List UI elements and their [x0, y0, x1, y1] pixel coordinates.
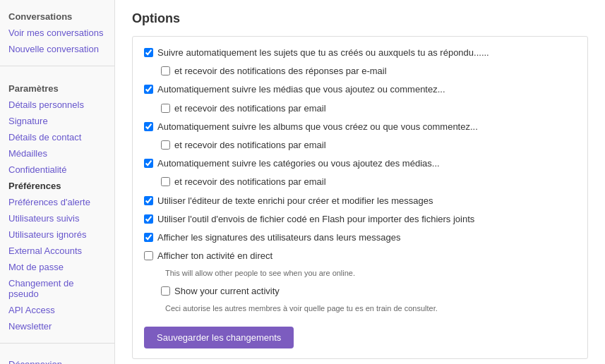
sidebar-divider-2 [0, 343, 114, 344]
checkbox-opt3[interactable] [144, 122, 153, 131]
checkbox-opt2-sub[interactable] [161, 104, 170, 113]
save-button[interactable]: Sauvegarder les changements [144, 327, 294, 348]
sidebar-item-mot-de-passe[interactable]: Mot de passe [0, 259, 114, 275]
sidebar-item-medailles[interactable]: Médailles [0, 145, 114, 162]
sidebar-link-nouvelle-conversation[interactable]: Nouvelle conversation [8, 44, 106, 54]
sidebar-item-utilisateurs-ignores[interactable]: Utilisateurs ignorés [0, 226, 114, 243]
option-label-4-sub: et recevoir des notifications par email [174, 176, 326, 188]
option-label-6: Utiliser l'outil d'envois de fichier cod… [157, 213, 474, 226]
option-label-1-sub: et recevoir des notifications des répons… [174, 65, 387, 78]
checkbox-opt8[interactable] [144, 251, 153, 260]
sidebar-item-deconnexion[interactable]: Déconnexion [0, 356, 114, 364]
option-label-2: Automatiquement suivre les médias que vo… [157, 83, 445, 96]
sidebar-section-conversations: Conversations [0, 7, 114, 25]
option-label-8-sub: Show your current activity [174, 285, 280, 298]
main-content: Options Suivre automatiquement les sujet… [115, 0, 605, 364]
sidebar-item-preferences-alerte[interactable]: Préférences d'alerte [0, 194, 114, 210]
checkbox-opt1-sub[interactable] [161, 66, 170, 75]
option-row-8: Afficher ton activité en direct [144, 250, 576, 262]
checkbox-opt6[interactable] [144, 214, 153, 224]
option-label-2-sub: et recevoir des notifications par email [174, 102, 326, 115]
option-row-6: Utiliser l'outil d'envois de fichier cod… [144, 213, 576, 226]
option-row-2: Automatiquement suivre les médias que vo… [144, 83, 576, 96]
sidebar-section-parametres: Paramètres [0, 79, 114, 97]
option-row-5: Utiliser l'éditeur de texte enrichi pour… [144, 195, 576, 207]
sidebar-divider-1 [0, 66, 114, 66]
checkbox-opt5[interactable] [144, 196, 153, 205]
checkbox-opt2[interactable] [144, 85, 153, 94]
option-subtext-8a: This will allow other people to see when… [165, 268, 576, 279]
page-title: Options [132, 11, 588, 26]
checkbox-opt7[interactable] [144, 233, 153, 242]
sidebar-link-voir-conversations[interactable]: Voir mes conversations [8, 28, 106, 38]
option-row-2-sub: et recevoir des notifications par email [161, 102, 576, 115]
sidebar-item-newsletter[interactable]: Newsletter [0, 318, 114, 334]
options-container: Suivre automatiquement les sujets que tu… [132, 36, 588, 359]
option-row-1-sub: et recevoir des notifications des répons… [161, 65, 576, 78]
option-label-4: Automatiquement suivre les catégories ou… [157, 157, 440, 170]
option-label-7: Afficher les signatures des utilisateurs… [157, 231, 400, 244]
option-label-1: Suivre automatiquement les sujets que tu… [157, 47, 489, 59]
sidebar-item-details-personnels[interactable]: Détails personnels [0, 97, 114, 113]
option-row-1: Suivre automatiquement les sujets que tu… [144, 47, 576, 59]
sidebar-item-signature[interactable]: Signature [0, 113, 114, 129]
sidebar-item-nouvelle-conversation[interactable]: Nouvelle conversation [0, 41, 114, 57]
option-label-3-sub: et recevoir des notifications par email [174, 139, 326, 152]
sidebar-item-external-accounts[interactable]: External Accounts [0, 243, 114, 259]
option-row-4: Automatiquement suivre les catégories ou… [144, 157, 576, 170]
option-label-5: Utiliser l'éditeur de texte enrichi pour… [157, 195, 433, 207]
option-row-8-sub: Show your current activity [161, 285, 576, 298]
checkbox-opt8-sub[interactable] [161, 286, 170, 296]
option-row-4-sub: et recevoir des notifications par email [161, 176, 576, 188]
option-label-3: Automatiquement suivre les albums que vo… [157, 121, 478, 133]
option-row-7: Afficher les signatures des utilisateurs… [144, 231, 576, 244]
sidebar-item-details-contact[interactable]: Détails de contact [0, 129, 114, 145]
checkbox-opt3-sub[interactable] [161, 140, 170, 150]
sidebar: Conversations Voir mes conversations Nou… [0, 0, 115, 364]
sidebar-item-api-access[interactable]: API Access [0, 302, 114, 318]
option-row-3-sub: et recevoir des notifications par email [161, 139, 576, 152]
checkbox-opt4[interactable] [144, 159, 153, 168]
option-row-3: Automatiquement suivre les albums que vo… [144, 121, 576, 133]
option-subtext-8b: Ceci autorise les autres membres à voir … [165, 303, 576, 314]
sidebar-item-preferences[interactable]: Préférences [0, 178, 114, 194]
sidebar-item-changement-pseudo[interactable]: Changement de pseudo [0, 275, 114, 302]
checkbox-opt1[interactable] [144, 48, 153, 57]
option-label-8: Afficher ton activité en direct [157, 250, 272, 262]
sidebar-item-confidentialite[interactable]: Confidentialité [0, 162, 114, 178]
sidebar-item-utilisateurs-suivis[interactable]: Utilisateurs suivis [0, 210, 114, 226]
sidebar-item-voir-conversations[interactable]: Voir mes conversations [0, 25, 114, 41]
checkbox-opt4-sub[interactable] [161, 177, 170, 186]
